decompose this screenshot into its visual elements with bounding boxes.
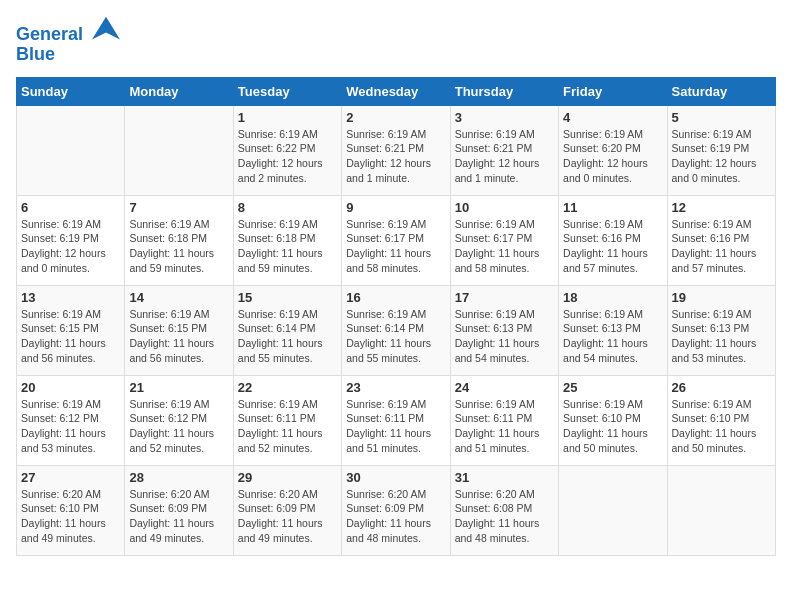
calendar-cell (17, 105, 125, 195)
day-info: Sunrise: 6:19 AM Sunset: 6:20 PM Dayligh… (563, 127, 662, 186)
day-info: Sunrise: 6:19 AM Sunset: 6:12 PM Dayligh… (21, 397, 120, 456)
logo-bird-icon (92, 16, 120, 40)
day-info: Sunrise: 6:20 AM Sunset: 6:09 PM Dayligh… (346, 487, 445, 546)
calendar-cell: 31Sunrise: 6:20 AM Sunset: 6:08 PM Dayli… (450, 465, 558, 555)
calendar-cell (667, 465, 775, 555)
day-info: Sunrise: 6:19 AM Sunset: 6:13 PM Dayligh… (672, 307, 771, 366)
day-info: Sunrise: 6:19 AM Sunset: 6:11 PM Dayligh… (455, 397, 554, 456)
day-info: Sunrise: 6:19 AM Sunset: 6:11 PM Dayligh… (238, 397, 337, 456)
day-info: Sunrise: 6:19 AM Sunset: 6:14 PM Dayligh… (346, 307, 445, 366)
day-number: 25 (563, 380, 662, 395)
calendar-cell: 20Sunrise: 6:19 AM Sunset: 6:12 PM Dayli… (17, 375, 125, 465)
day-number: 21 (129, 380, 228, 395)
day-number: 28 (129, 470, 228, 485)
weekday-header-saturday: Saturday (667, 77, 775, 105)
day-number: 11 (563, 200, 662, 215)
day-number: 22 (238, 380, 337, 395)
weekday-header-thursday: Thursday (450, 77, 558, 105)
calendar-cell: 19Sunrise: 6:19 AM Sunset: 6:13 PM Dayli… (667, 285, 775, 375)
day-number: 16 (346, 290, 445, 305)
day-number: 18 (563, 290, 662, 305)
calendar-cell: 8Sunrise: 6:19 AM Sunset: 6:18 PM Daylig… (233, 195, 341, 285)
day-number: 2 (346, 110, 445, 125)
day-number: 12 (672, 200, 771, 215)
calendar-week-row: 6Sunrise: 6:19 AM Sunset: 6:19 PM Daylig… (17, 195, 776, 285)
calendar-cell: 6Sunrise: 6:19 AM Sunset: 6:19 PM Daylig… (17, 195, 125, 285)
calendar-cell: 12Sunrise: 6:19 AM Sunset: 6:16 PM Dayli… (667, 195, 775, 285)
logo: General Blue (16, 16, 120, 65)
day-info: Sunrise: 6:19 AM Sunset: 6:10 PM Dayligh… (672, 397, 771, 456)
day-info: Sunrise: 6:19 AM Sunset: 6:19 PM Dayligh… (21, 217, 120, 276)
calendar-week-row: 20Sunrise: 6:19 AM Sunset: 6:12 PM Dayli… (17, 375, 776, 465)
day-number: 7 (129, 200, 228, 215)
weekday-header-sunday: Sunday (17, 77, 125, 105)
calendar-week-row: 27Sunrise: 6:20 AM Sunset: 6:10 PM Dayli… (17, 465, 776, 555)
day-number: 1 (238, 110, 337, 125)
day-number: 8 (238, 200, 337, 215)
day-info: Sunrise: 6:20 AM Sunset: 6:08 PM Dayligh… (455, 487, 554, 546)
calendar-cell: 14Sunrise: 6:19 AM Sunset: 6:15 PM Dayli… (125, 285, 233, 375)
calendar-cell: 28Sunrise: 6:20 AM Sunset: 6:09 PM Dayli… (125, 465, 233, 555)
weekday-header-row: SundayMondayTuesdayWednesdayThursdayFrid… (17, 77, 776, 105)
day-number: 17 (455, 290, 554, 305)
calendar-cell: 11Sunrise: 6:19 AM Sunset: 6:16 PM Dayli… (559, 195, 667, 285)
logo-text-general: General (16, 24, 83, 44)
calendar-cell: 7Sunrise: 6:19 AM Sunset: 6:18 PM Daylig… (125, 195, 233, 285)
calendar-week-row: 13Sunrise: 6:19 AM Sunset: 6:15 PM Dayli… (17, 285, 776, 375)
day-info: Sunrise: 6:19 AM Sunset: 6:22 PM Dayligh… (238, 127, 337, 186)
calendar-cell: 9Sunrise: 6:19 AM Sunset: 6:17 PM Daylig… (342, 195, 450, 285)
day-number: 30 (346, 470, 445, 485)
calendar-cell: 26Sunrise: 6:19 AM Sunset: 6:10 PM Dayli… (667, 375, 775, 465)
calendar-cell: 18Sunrise: 6:19 AM Sunset: 6:13 PM Dayli… (559, 285, 667, 375)
weekday-header-tuesday: Tuesday (233, 77, 341, 105)
calendar-cell: 17Sunrise: 6:19 AM Sunset: 6:13 PM Dayli… (450, 285, 558, 375)
day-info: Sunrise: 6:20 AM Sunset: 6:10 PM Dayligh… (21, 487, 120, 546)
calendar-cell: 2Sunrise: 6:19 AM Sunset: 6:21 PM Daylig… (342, 105, 450, 195)
day-info: Sunrise: 6:19 AM Sunset: 6:15 PM Dayligh… (21, 307, 120, 366)
day-number: 14 (129, 290, 228, 305)
day-number: 23 (346, 380, 445, 395)
calendar-cell: 25Sunrise: 6:19 AM Sunset: 6:10 PM Dayli… (559, 375, 667, 465)
weekday-header-friday: Friday (559, 77, 667, 105)
calendar-cell (125, 105, 233, 195)
day-number: 3 (455, 110, 554, 125)
day-number: 10 (455, 200, 554, 215)
page-header: General Blue (16, 16, 776, 65)
day-number: 15 (238, 290, 337, 305)
calendar-cell (559, 465, 667, 555)
day-info: Sunrise: 6:19 AM Sunset: 6:18 PM Dayligh… (238, 217, 337, 276)
day-number: 20 (21, 380, 120, 395)
day-info: Sunrise: 6:19 AM Sunset: 6:19 PM Dayligh… (672, 127, 771, 186)
day-info: Sunrise: 6:20 AM Sunset: 6:09 PM Dayligh… (129, 487, 228, 546)
calendar-cell: 23Sunrise: 6:19 AM Sunset: 6:11 PM Dayli… (342, 375, 450, 465)
day-info: Sunrise: 6:19 AM Sunset: 6:17 PM Dayligh… (455, 217, 554, 276)
calendar-cell: 4Sunrise: 6:19 AM Sunset: 6:20 PM Daylig… (559, 105, 667, 195)
day-info: Sunrise: 6:19 AM Sunset: 6:11 PM Dayligh… (346, 397, 445, 456)
day-number: 13 (21, 290, 120, 305)
day-number: 29 (238, 470, 337, 485)
day-info: Sunrise: 6:19 AM Sunset: 6:10 PM Dayligh… (563, 397, 662, 456)
day-number: 26 (672, 380, 771, 395)
calendar-cell: 10Sunrise: 6:19 AM Sunset: 6:17 PM Dayli… (450, 195, 558, 285)
day-number: 19 (672, 290, 771, 305)
calendar-cell: 1Sunrise: 6:19 AM Sunset: 6:22 PM Daylig… (233, 105, 341, 195)
calendar-week-row: 1Sunrise: 6:19 AM Sunset: 6:22 PM Daylig… (17, 105, 776, 195)
logo-text-blue: Blue (16, 45, 120, 65)
calendar-cell: 13Sunrise: 6:19 AM Sunset: 6:15 PM Dayli… (17, 285, 125, 375)
day-info: Sunrise: 6:19 AM Sunset: 6:16 PM Dayligh… (672, 217, 771, 276)
day-info: Sunrise: 6:19 AM Sunset: 6:15 PM Dayligh… (129, 307, 228, 366)
calendar-cell: 29Sunrise: 6:20 AM Sunset: 6:09 PM Dayli… (233, 465, 341, 555)
day-info: Sunrise: 6:19 AM Sunset: 6:21 PM Dayligh… (346, 127, 445, 186)
svg-marker-0 (92, 17, 120, 40)
calendar-cell: 27Sunrise: 6:20 AM Sunset: 6:10 PM Dayli… (17, 465, 125, 555)
day-info: Sunrise: 6:19 AM Sunset: 6:14 PM Dayligh… (238, 307, 337, 366)
calendar-cell: 3Sunrise: 6:19 AM Sunset: 6:21 PM Daylig… (450, 105, 558, 195)
calendar-cell: 15Sunrise: 6:19 AM Sunset: 6:14 PM Dayli… (233, 285, 341, 375)
calendar-cell: 24Sunrise: 6:19 AM Sunset: 6:11 PM Dayli… (450, 375, 558, 465)
calendar-cell: 5Sunrise: 6:19 AM Sunset: 6:19 PM Daylig… (667, 105, 775, 195)
day-info: Sunrise: 6:19 AM Sunset: 6:13 PM Dayligh… (455, 307, 554, 366)
day-number: 31 (455, 470, 554, 485)
calendar-cell: 21Sunrise: 6:19 AM Sunset: 6:12 PM Dayli… (125, 375, 233, 465)
weekday-header-monday: Monday (125, 77, 233, 105)
calendar-table: SundayMondayTuesdayWednesdayThursdayFrid… (16, 77, 776, 556)
